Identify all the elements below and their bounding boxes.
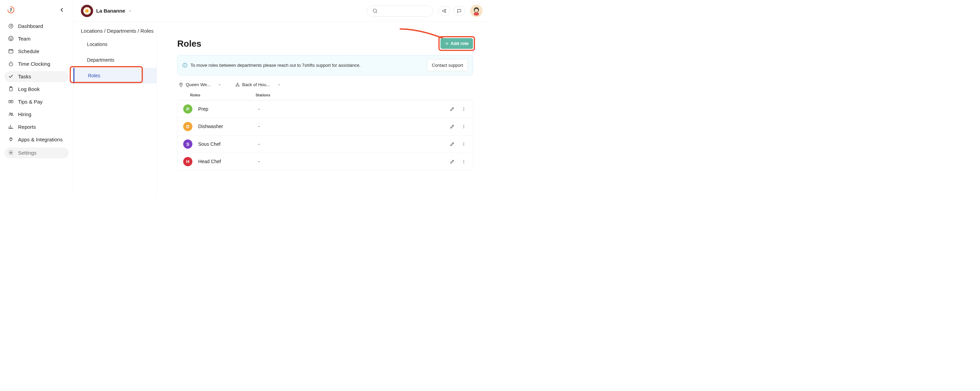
sub-tab-label: Roles: [88, 73, 100, 78]
svg-rect-25: [237, 83, 239, 84]
edit-button[interactable]: [449, 141, 456, 148]
svg-rect-23: [185, 65, 185, 66]
svg-point-6: [11, 38, 12, 38]
smile-icon: [8, 36, 14, 42]
info-icon: [183, 63, 188, 68]
org-icon: [235, 83, 240, 87]
sidebar-item-settings[interactable]: Settings: [5, 148, 69, 158]
role-name: Prep: [198, 106, 258, 112]
pin-icon: [179, 83, 183, 87]
sidebar-item-label: Dashboard: [18, 24, 43, 29]
sidebar-item-label: Team: [18, 36, 31, 42]
sidebar-item-hiring[interactable]: Hiring: [5, 109, 69, 120]
svg-point-37: [463, 160, 464, 161]
sidebar-item-label: Tasks: [18, 74, 31, 80]
svg-point-24: [180, 84, 181, 85]
chat-icon: [457, 8, 462, 13]
sidebar-item-log-book[interactable]: Log Book: [5, 84, 69, 95]
svg-point-12: [10, 101, 11, 102]
info-banner-text: To move roles between departments please…: [191, 63, 427, 68]
role-badge: H: [183, 157, 192, 166]
role-station: -: [258, 141, 449, 147]
svg-rect-7: [9, 49, 13, 53]
svg-rect-20: [474, 12, 479, 15]
sidebar-item-tips-pay[interactable]: Tips & Pay: [5, 96, 69, 107]
edit-button[interactable]: [449, 123, 456, 130]
row-actions: [449, 123, 467, 130]
role-name: Head Chef: [198, 159, 258, 165]
filters-row: Queen We... Back of Hou...: [177, 82, 473, 87]
sidebar-item-time-clocking[interactable]: Time Clocking: [5, 59, 69, 70]
user-avatar[interactable]: [470, 5, 482, 17]
sidebar-item-tasks[interactable]: Tasks: [5, 71, 69, 82]
svg-text:7: 7: [10, 8, 12, 13]
role-station: -: [258, 106, 449, 112]
add-role-button[interactable]: Add role: [440, 38, 473, 49]
more-button[interactable]: [461, 158, 467, 165]
sidebar-item-label: Apps & Integrations: [18, 137, 63, 143]
svg-point-15: [10, 152, 11, 153]
more-button[interactable]: [461, 141, 467, 148]
svg-point-3: [11, 26, 11, 27]
company-switcher[interactable]: La Bananne: [81, 5, 132, 17]
column-header-stations: Stations: [256, 93, 270, 97]
plus-icon: [445, 41, 449, 46]
more-button[interactable]: [461, 123, 467, 130]
people-icon: [8, 111, 14, 118]
money-icon: [8, 99, 14, 105]
pencil-icon: [450, 142, 455, 147]
column-header-roles: Roles: [181, 93, 256, 97]
chat-button[interactable]: [453, 6, 465, 16]
breadcrumb: Locations / Departments / Roles: [73, 22, 490, 35]
table-row: SSous Chef-: [177, 135, 473, 153]
role-station: -: [258, 159, 449, 165]
plug-icon: [8, 137, 14, 143]
chevron-down-icon: [128, 9, 132, 13]
sidebar-item-reports[interactable]: Reports: [5, 122, 69, 132]
row-actions: [449, 106, 467, 113]
role-name: Dishwasher: [198, 124, 258, 129]
more-button[interactable]: [461, 106, 467, 113]
svg-point-16: [373, 9, 377, 12]
table-row: DDishwasher-: [177, 118, 473, 135]
sidebar-item-team[interactable]: Team: [5, 33, 69, 44]
department-filter-label: Back of Hou...: [242, 82, 270, 87]
page-title: Roles: [177, 38, 202, 49]
sidebar-item-apps-integrations[interactable]: Apps & Integrations: [5, 134, 69, 145]
sub-tab-departments[interactable]: Departments: [73, 52, 157, 68]
svg-point-0: [11, 6, 11, 7]
svg-point-19: [475, 8, 479, 12]
sidebar-item-label: Tips & Pay: [18, 99, 43, 105]
svg-point-39: [463, 162, 464, 163]
pencil-icon: [450, 106, 455, 112]
sidebar: 7 Dashboard Team: [0, 0, 73, 196]
role-badge: P: [183, 105, 192, 114]
edit-button[interactable]: [449, 106, 456, 113]
sidebar-collapse-button[interactable]: [59, 6, 65, 13]
role-name: Sous Chef: [198, 141, 258, 147]
page: Roles Add role To move roles between dep…: [157, 35, 490, 196]
sub-tab-label: Locations: [87, 41, 108, 47]
brand-logo[interactable]: 7: [7, 6, 14, 14]
check-icon: [8, 73, 14, 80]
sidebar-item-dashboard[interactable]: Dashboard: [5, 21, 69, 32]
sidebar-item-schedule[interactable]: Schedule: [5, 46, 69, 57]
kebab-icon: [462, 107, 466, 111]
svg-point-14: [11, 113, 13, 114]
bar-chart-icon: [8, 124, 14, 130]
announcements-button[interactable]: [438, 6, 450, 16]
chevron-down-icon: [218, 83, 221, 86]
sub-tab-roles[interactable]: Roles: [73, 68, 157, 83]
svg-point-32: [463, 126, 464, 127]
edit-button[interactable]: [449, 158, 456, 165]
department-filter[interactable]: Back of Hou...: [235, 82, 281, 87]
search-input[interactable]: [367, 5, 433, 17]
clipboard-icon: [8, 86, 14, 92]
contact-support-button[interactable]: Contact support: [427, 59, 468, 72]
svg-point-31: [463, 125, 464, 126]
role-badge: S: [183, 140, 192, 149]
sub-tab-locations[interactable]: Locations: [73, 37, 157, 52]
svg-point-22: [185, 64, 185, 65]
location-filter[interactable]: Queen We...: [179, 82, 222, 87]
megaphone-icon: [442, 8, 447, 13]
